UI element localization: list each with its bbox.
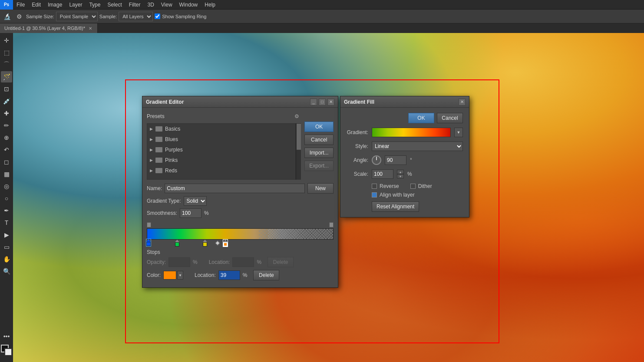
- gradient-editor-ok[interactable]: OK: [304, 122, 334, 132]
- opacity-stop-right[interactable]: [329, 222, 334, 227]
- presets-header: Presets ⚙: [147, 112, 301, 121]
- scale-unit: %: [407, 171, 412, 177]
- gradient-dropdown-button[interactable]: ▼: [454, 128, 463, 137]
- dodge-tool[interactable]: ○: [1, 193, 12, 204]
- presets-scrollbar[interactable]: [296, 123, 301, 180]
- pen-tool[interactable]: ✒: [1, 205, 12, 216]
- gradient-fill-cancel[interactable]: Cancel: [437, 113, 463, 123]
- dither-checkbox[interactable]: [410, 184, 416, 189]
- reverse-checkbox[interactable]: [372, 184, 377, 189]
- name-input[interactable]: [165, 184, 305, 193]
- blues-folder-icon: [155, 137, 162, 142]
- blur-tool[interactable]: ◎: [1, 181, 12, 192]
- eyedropper-icon[interactable]: 🔬: [2, 11, 12, 22]
- reset-alignment-button[interactable]: Reset Alignment: [372, 201, 419, 212]
- menu-window[interactable]: Window: [176, 0, 201, 10]
- menu-view[interactable]: View: [158, 0, 176, 10]
- menu-file[interactable]: File: [13, 0, 28, 10]
- eyedropper-tool[interactable]: 💉: [1, 95, 12, 107]
- color-swatch-display[interactable]: [163, 271, 176, 280]
- hand-tool[interactable]: ✋: [1, 253, 12, 265]
- show-sampling-ring-checkbox[interactable]: [155, 13, 160, 19]
- history-tool[interactable]: ↶: [1, 144, 12, 155]
- scale-input[interactable]: [372, 169, 393, 179]
- preset-basics[interactable]: ▶ Basics: [147, 124, 295, 134]
- gradient-editor-export[interactable]: Export...: [304, 161, 334, 171]
- scale-up-arrow[interactable]: ▲: [397, 170, 404, 174]
- gradient-editor-maximize[interactable]: □: [319, 99, 326, 105]
- move-tool[interactable]: ✛: [1, 35, 12, 46]
- menu-3d[interactable]: 3D: [144, 0, 157, 10]
- zoom-tool[interactable]: 🔍: [1, 266, 12, 277]
- preset-reds[interactable]: ▶ Reds: [147, 165, 295, 176]
- document-tab[interactable]: Untitled-1 @ 30.5% (Layer 4, RGB/8)* ✕: [0, 23, 98, 33]
- gradient-preview[interactable]: [372, 128, 451, 137]
- gradient-editor-import[interactable]: Import...: [304, 148, 334, 158]
- menu-type[interactable]: Type: [86, 0, 104, 10]
- gradient-editor-buttons: OK Cancel Import... Export...: [304, 112, 334, 180]
- gradient-tool[interactable]: ▦: [1, 168, 12, 180]
- location-top-input[interactable]: [232, 257, 254, 267]
- align-layer-checkbox[interactable]: [372, 192, 377, 197]
- sample-select[interactable]: All Layers: [119, 12, 153, 21]
- crop-tool[interactable]: ⊡: [1, 83, 12, 95]
- preset-pinks[interactable]: ▶ Pinks: [147, 155, 295, 165]
- delete-top-button[interactable]: Delete: [268, 257, 294, 267]
- gradient-bar-container: [147, 221, 334, 247]
- background-swatch[interactable]: [4, 348, 12, 356]
- color-stop-green[interactable]: [175, 240, 179, 247]
- menu-filter[interactable]: Filter: [125, 0, 144, 10]
- type-tool[interactable]: T: [1, 217, 12, 228]
- color-stop-yellow[interactable]: [203, 240, 207, 247]
- color-stop-orange-selected[interactable]: [223, 240, 228, 247]
- gradient-editor-close[interactable]: ✕: [327, 99, 334, 105]
- menu-layer[interactable]: Layer: [66, 0, 86, 10]
- location-bottom-input[interactable]: [218, 270, 240, 280]
- heal-tool[interactable]: ✚: [1, 108, 12, 119]
- color-row: Color: ▼ Location: % Delete: [147, 270, 334, 280]
- show-sampling-ring-label[interactable]: Show Sampling Ring: [155, 13, 206, 19]
- marquee-tool[interactable]: ⬚: [1, 47, 12, 58]
- gradient-editor-minimize[interactable]: _: [310, 99, 317, 105]
- menu-edit[interactable]: Edit: [28, 0, 44, 10]
- gradient-fill-close[interactable]: ✕: [459, 99, 466, 105]
- menu-image[interactable]: Image: [44, 0, 66, 10]
- brush-tool[interactable]: ✏: [1, 120, 12, 131]
- preset-basics-label: Basics: [165, 126, 180, 132]
- delete-bottom-button[interactable]: Delete: [253, 270, 279, 280]
- scale-arrows[interactable]: ▲ ▼: [397, 170, 404, 178]
- scale-down-arrow[interactable]: ▼: [397, 174, 404, 178]
- sample-size-select[interactable]: Point Sample: [56, 12, 98, 21]
- tool-options-icon[interactable]: ⚙: [14, 11, 24, 22]
- eraser-tool[interactable]: ◻: [1, 156, 12, 168]
- preset-purples[interactable]: ▶ Purples: [147, 145, 295, 155]
- gradient-fill-ok[interactable]: OK: [408, 113, 434, 123]
- menu-help[interactable]: Help: [201, 0, 219, 10]
- angle-input[interactable]: [385, 155, 406, 165]
- magic-wand-tool[interactable]: 🪄: [1, 71, 12, 82]
- shape-tool[interactable]: ▭: [1, 241, 12, 253]
- gradient-type-label: Gradient Type:: [147, 198, 181, 204]
- presets-wrapper: ▶ Basics ▶ Blues ▶ Purples: [147, 123, 301, 180]
- gradient-type-row: Gradient Type: Solid: [147, 196, 334, 206]
- path-select-tool[interactable]: ▶: [1, 229, 12, 240]
- presets-gear-button[interactable]: ⚙: [292, 112, 301, 121]
- menu-select[interactable]: Select: [104, 0, 125, 10]
- opacity-stop-left[interactable]: [147, 222, 151, 227]
- color-swatch-dropdown[interactable]: ▼: [177, 271, 183, 280]
- gradient-bar[interactable]: [147, 228, 334, 240]
- preset-blues[interactable]: ▶ Blues: [147, 134, 295, 145]
- more-tools[interactable]: •••: [1, 331, 12, 342]
- style-select[interactable]: Linear: [372, 142, 463, 151]
- angle-circle[interactable]: [372, 155, 381, 165]
- midpoint-diamond[interactable]: [216, 241, 219, 245]
- gradient-editor-cancel[interactable]: Cancel: [304, 135, 334, 145]
- new-button[interactable]: New: [307, 183, 334, 194]
- clone-tool[interactable]: ⊕: [1, 132, 12, 143]
- tab-close-button[interactable]: ✕: [88, 26, 93, 31]
- smoothness-input[interactable]: [180, 208, 201, 218]
- lasso-tool[interactable]: ⌒: [1, 59, 12, 70]
- opacity-input[interactable]: [168, 257, 190, 267]
- color-stop-blue[interactable]: [146, 239, 151, 247]
- gradient-type-select[interactable]: Solid: [184, 196, 207, 206]
